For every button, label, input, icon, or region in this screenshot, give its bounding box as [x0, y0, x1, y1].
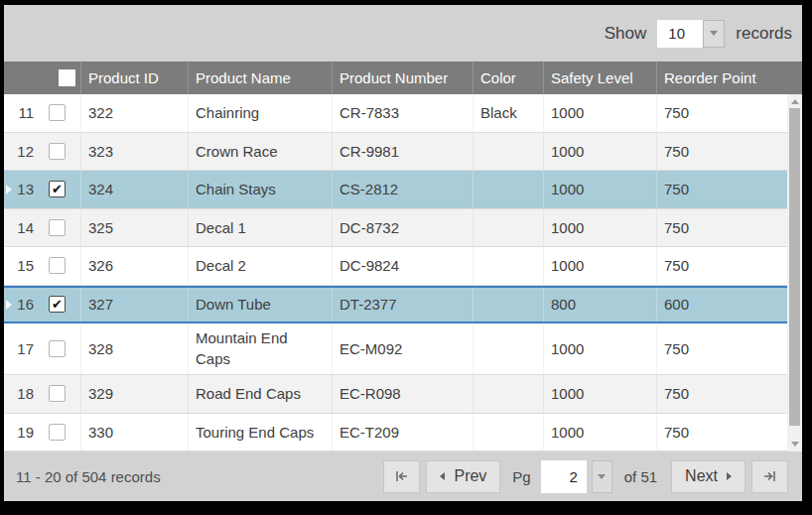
row-number: 15 — [12, 257, 34, 274]
next-button[interactable]: Next — [671, 460, 745, 493]
row-select-cell: 19 — [4, 414, 80, 451]
select-all-cell — [4, 62, 80, 94]
cell-color — [473, 133, 543, 171]
next-button-label: Next — [685, 467, 718, 485]
row-indicator-icon — [6, 300, 12, 310]
pg-label: Pg — [512, 468, 530, 485]
triangle-up-icon — [791, 99, 799, 104]
last-page-button[interactable] — [751, 460, 788, 493]
table-row[interactable]: 12 323 Crown Race CR-9981 1000 750 — [4, 133, 787, 172]
row-number: 13 — [12, 181, 34, 197]
cell-product-name: Chain Stays — [188, 171, 332, 208]
last-page-icon — [762, 470, 777, 482]
column-header-product-name[interactable]: Product Name — [188, 62, 332, 94]
row-checkbox[interactable] — [49, 143, 66, 160]
scrollbar-thumb[interactable] — [789, 108, 800, 426]
row-select-cell: 16 ✔ — [4, 288, 80, 322]
cell-product-number: DT-2377 — [332, 288, 473, 322]
column-header-reorder-point[interactable]: Reorder Point — [656, 62, 802, 94]
row-checkbox[interactable] — [49, 219, 66, 236]
column-header-product-number[interactable]: Product Number — [332, 62, 473, 94]
row-checkbox[interactable] — [49, 385, 66, 402]
cell-product-id: 322 — [80, 94, 188, 132]
column-header-product-id[interactable]: Product ID — [80, 62, 188, 94]
scroll-up-button[interactable] — [787, 94, 802, 108]
cell-reorder-point: 750 — [656, 171, 787, 208]
column-header-color[interactable]: Color — [473, 62, 543, 94]
cell-product-number: DC-9824 — [332, 247, 473, 285]
triangle-down-icon — [791, 442, 799, 447]
scroll-down-button[interactable] — [787, 437, 802, 451]
cell-reorder-point: 750 — [656, 323, 787, 374]
checkmark-icon: ✔ — [52, 298, 63, 311]
page-number-input[interactable]: 2 — [541, 460, 587, 493]
cell-color: Black — [473, 94, 543, 132]
cell-safety-level: 1000 — [543, 247, 656, 285]
cell-product-number: CR-7833 — [332, 94, 473, 132]
table-row[interactable]: 13 ✔ 324 Chain Stays CS-2812 1000 750 — [4, 171, 787, 209]
cell-reorder-point: 750 — [656, 209, 787, 247]
vertical-scrollbar[interactable] — [787, 94, 802, 451]
prev-button[interactable]: Prev — [426, 460, 500, 493]
table-row[interactable]: 11 322 Chainring CR-7833 Black 1000 750 — [4, 94, 787, 133]
cell-product-name: Decal 1 — [188, 209, 332, 247]
first-page-icon — [394, 470, 409, 482]
prev-button-label: Prev — [454, 467, 486, 485]
rows-container: 11 322 Chainring CR-7833 Black 1000 750 … — [4, 94, 787, 451]
row-checkbox[interactable]: ✔ — [49, 296, 66, 313]
cell-product-name: Road End Caps — [188, 375, 332, 413]
table-row[interactable]: 14 325 Decal 1 DC-8732 1000 750 — [4, 209, 787, 248]
row-number: 18 — [12, 385, 34, 402]
chevron-down-icon — [598, 474, 606, 479]
page-count-label: of 51 — [624, 468, 657, 485]
page-dropdown-button[interactable] — [592, 460, 612, 493]
row-select-cell: 14 — [4, 209, 80, 247]
cell-product-name: Chainring — [188, 94, 332, 132]
table-row[interactable]: 18 329 Road End Caps EC-R098 1000 750 — [4, 375, 787, 414]
first-page-button[interactable] — [383, 460, 420, 493]
cell-safety-level: 1000 — [543, 414, 656, 451]
chevron-down-icon — [710, 31, 718, 36]
cell-product-name: Decal 2 — [188, 247, 332, 285]
table-row[interactable]: 16 ✔ 327 Down Tube DT-2377 800 600 — [4, 286, 787, 324]
cell-product-name: Touring End Caps — [188, 414, 332, 451]
row-number: 17 — [12, 340, 34, 357]
cell-safety-level: 1000 — [543, 209, 656, 247]
page-size-dropdown-button[interactable] — [703, 20, 725, 48]
page-size-value[interactable]: 10 — [657, 20, 703, 48]
page-size-select[interactable]: 10 — [657, 20, 725, 48]
select-all-checkbox[interactable] — [59, 69, 75, 86]
cell-product-name: Mountain End Caps — [188, 323, 332, 374]
cell-product-id: 328 — [80, 323, 188, 374]
row-checkbox[interactable]: ✔ — [49, 181, 66, 197]
row-number: 12 — [12, 143, 34, 160]
cell-product-id: 326 — [80, 247, 188, 285]
cell-reorder-point: 600 — [656, 288, 787, 322]
table-row[interactable]: 17 328 Mountain End Caps EC-M092 1000 75… — [4, 323, 787, 375]
row-checkbox[interactable] — [49, 257, 66, 274]
cell-product-id: 327 — [80, 288, 188, 322]
table-row[interactable]: 15 326 Decal 2 DC-9824 1000 750 — [4, 247, 787, 286]
cell-product-id: 324 — [80, 171, 188, 208]
cell-product-id: 330 — [80, 414, 188, 451]
row-checkbox[interactable] — [49, 340, 66, 357]
row-checkbox[interactable] — [49, 424, 66, 441]
cell-product-number: EC-R098 — [332, 375, 473, 413]
cell-color — [473, 247, 543, 285]
header-row: Product ID Product Name Product Number C… — [4, 62, 802, 94]
row-select-cell: 12 — [4, 133, 80, 171]
row-checkbox[interactable] — [49, 104, 66, 121]
topbar: Show 10 records — [4, 5, 802, 62]
cell-color — [473, 209, 543, 247]
cell-reorder-point: 750 — [656, 133, 787, 171]
row-number: 16 — [12, 296, 34, 313]
data-grid: Show 10 records Product ID Product Name … — [4, 5, 802, 501]
column-header-safety-level[interactable]: Safety Level — [543, 62, 656, 94]
cell-product-number: DC-8732 — [332, 209, 473, 247]
cell-safety-level: 800 — [543, 288, 656, 322]
cell-safety-level: 1000 — [543, 94, 656, 132]
cell-product-id: 329 — [80, 375, 188, 413]
row-select-cell: 11 — [4, 94, 80, 132]
table-row[interactable]: 19 330 Touring End Caps EC-T209 1000 750 — [4, 414, 787, 452]
row-indicator-icon — [6, 185, 12, 194]
